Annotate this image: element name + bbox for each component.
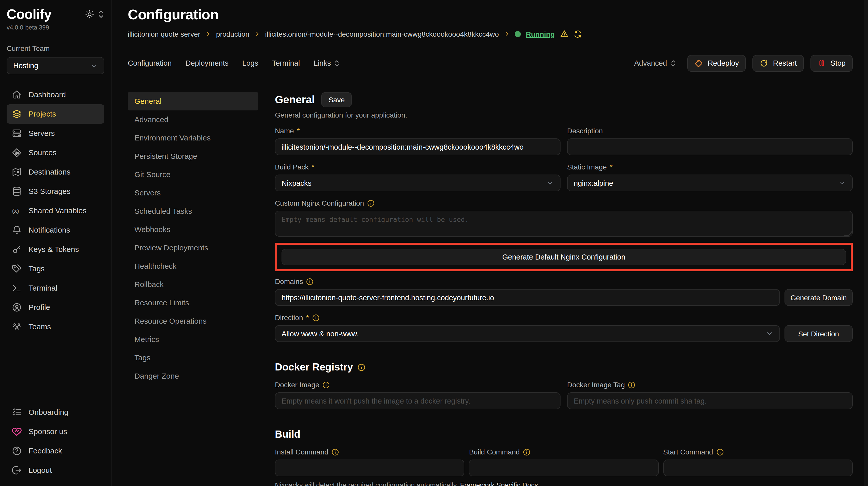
theme-chevron-updown-icon[interactable] bbox=[98, 10, 104, 19]
sidebar-item-dashboard[interactable]: Dashboard bbox=[7, 85, 104, 104]
install-command-input[interactable] bbox=[282, 464, 458, 472]
docker-image-tag-input[interactable] bbox=[574, 397, 846, 405]
stop-button[interactable]: Stop bbox=[810, 55, 853, 71]
direction-select[interactable]: Allow www & non-www. bbox=[275, 325, 780, 342]
sidebar-item-profile[interactable]: Profile bbox=[7, 298, 104, 317]
subnav-environment-variables[interactable]: Environment Variables bbox=[128, 129, 258, 147]
info-icon[interactable] bbox=[367, 199, 375, 207]
tab-configuration[interactable]: Configuration bbox=[128, 59, 172, 67]
sidebar-item-teams[interactable]: Teams bbox=[7, 317, 104, 336]
docker-image-input[interactable] bbox=[282, 397, 554, 405]
checklist-icon bbox=[12, 407, 22, 417]
sidebar-item-destinations[interactable]: Destinations bbox=[7, 162, 104, 182]
nginx-config-textarea[interactable] bbox=[275, 211, 853, 237]
breadcrumb-project[interactable]: illicitonion quote server bbox=[128, 30, 200, 38]
subnav-preview-deployments[interactable]: Preview Deployments bbox=[128, 239, 258, 257]
static-image-label: Static Image* bbox=[567, 163, 853, 171]
sidebar-item-label: Sources bbox=[29, 147, 57, 158]
breadcrumb-environment[interactable]: production bbox=[216, 30, 249, 38]
required-mark: * bbox=[312, 163, 314, 171]
sidebar-item-sources[interactable]: Sources bbox=[7, 143, 104, 162]
sidebar-item-sponsor[interactable]: Sponsor us bbox=[7, 422, 104, 441]
sidebar-item-label: Projects bbox=[29, 108, 56, 120]
name-input[interactable] bbox=[282, 143, 554, 151]
subnav-webhooks[interactable]: Webhooks bbox=[128, 220, 258, 239]
static-image-select[interactable]: nginx:alpine bbox=[567, 174, 853, 191]
sidebar-item-logout[interactable]: Logout bbox=[7, 460, 104, 480]
save-button[interactable]: Save bbox=[321, 92, 352, 107]
redeploy-label: Redeploy bbox=[708, 59, 739, 67]
build-pack-select[interactable]: Nixpacks bbox=[275, 174, 560, 191]
sidebar-item-label: Destinations bbox=[29, 166, 70, 177]
sidebar-item-projects[interactable]: Projects bbox=[7, 104, 104, 124]
highlight-box: Generate Default Nginx Configuration bbox=[275, 243, 853, 271]
theme-sun-icon[interactable] bbox=[85, 10, 94, 19]
sidebar-item-tags[interactable]: Tags bbox=[7, 259, 104, 279]
tab-deployments[interactable]: Deployments bbox=[186, 59, 228, 67]
team-select[interactable]: Hosting bbox=[7, 57, 104, 74]
info-icon[interactable] bbox=[523, 448, 530, 456]
refresh-icon[interactable] bbox=[574, 30, 582, 38]
generate-nginx-config-button[interactable]: Generate Default Nginx Configuration bbox=[282, 249, 846, 265]
subnav-scheduled-tasks[interactable]: Scheduled Tasks bbox=[128, 202, 258, 220]
info-icon[interactable] bbox=[332, 448, 339, 456]
subnav-persistent-storage[interactable]: Persistent Storage bbox=[128, 147, 258, 165]
domains-input[interactable] bbox=[282, 293, 773, 301]
subnav-servers[interactable]: Servers bbox=[128, 184, 258, 202]
sidebar-item-servers[interactable]: Servers bbox=[7, 124, 104, 143]
docker-image-label: Docker Image bbox=[275, 381, 560, 389]
sidebar-item-terminal[interactable]: Terminal bbox=[7, 279, 104, 298]
docker-image-tag-label: Docker Image Tag bbox=[567, 381, 853, 389]
info-icon[interactable] bbox=[358, 363, 366, 371]
framework-docs-link[interactable]: Framework Specific Docs bbox=[460, 481, 538, 486]
status-dot bbox=[515, 31, 521, 37]
warning-triangle-icon[interactable] bbox=[560, 30, 568, 38]
team-select-value: Hosting bbox=[13, 62, 38, 70]
tab-links[interactable]: Links bbox=[314, 59, 340, 67]
info-icon[interactable] bbox=[716, 448, 724, 456]
info-icon[interactable] bbox=[322, 381, 330, 389]
subnav-metrics[interactable]: Metrics bbox=[128, 330, 258, 349]
required-mark: * bbox=[306, 314, 309, 322]
tab-links-label: Links bbox=[314, 59, 331, 67]
start-command-input[interactable] bbox=[670, 464, 846, 472]
chevron-right-icon bbox=[206, 31, 211, 37]
sidebar-item-keys-tokens[interactable]: Keys & Tokens bbox=[7, 240, 104, 259]
subnav-resource-operations[interactable]: Resource Operations bbox=[128, 312, 258, 330]
set-direction-button[interactable]: Set Direction bbox=[784, 325, 853, 342]
info-icon[interactable] bbox=[628, 381, 636, 389]
breadcrumb-resource[interactable]: illicitestonion/-module--decomposition:m… bbox=[265, 30, 499, 38]
tab-terminal[interactable]: Terminal bbox=[272, 59, 300, 67]
advanced-dropdown[interactable]: Advanced bbox=[634, 59, 676, 67]
build-command-input[interactable] bbox=[476, 464, 652, 472]
description-input[interactable] bbox=[574, 143, 846, 151]
tab-logs[interactable]: Logs bbox=[242, 59, 258, 67]
help-circle-icon bbox=[12, 446, 22, 456]
sidebar-item-feedback[interactable]: Feedback bbox=[7, 441, 104, 460]
subnav-advanced[interactable]: Advanced bbox=[128, 110, 258, 129]
subnav-git-source[interactable]: Git Source bbox=[128, 165, 258, 184]
subnav-danger-zone[interactable]: Danger Zone bbox=[128, 367, 258, 385]
restart-button[interactable]: Restart bbox=[753, 55, 804, 71]
scrollbar[interactable] bbox=[864, 0, 868, 486]
redeploy-button[interactable]: Redeploy bbox=[687, 55, 746, 71]
subnav-rollback[interactable]: Rollback bbox=[128, 275, 258, 294]
sidebar-item-onboarding[interactable]: Onboarding bbox=[7, 402, 104, 422]
sidebar-item-shared-variables[interactable]: (x) Shared Variables bbox=[7, 201, 104, 220]
subnav-general[interactable]: General bbox=[128, 92, 258, 110]
sidebar-item-notifications[interactable]: Notifications bbox=[7, 220, 104, 240]
redeploy-icon bbox=[694, 59, 703, 67]
description-label: Description bbox=[567, 127, 853, 135]
info-icon[interactable] bbox=[306, 278, 314, 285]
stop-label: Stop bbox=[830, 59, 846, 67]
status-running-link[interactable]: Running bbox=[526, 30, 555, 38]
key-icon bbox=[12, 244, 22, 254]
generate-domain-button[interactable]: Generate Domain bbox=[784, 289, 853, 306]
subnav-resource-limits[interactable]: Resource Limits bbox=[128, 294, 258, 312]
stop-icon bbox=[817, 59, 826, 67]
info-icon[interactable] bbox=[312, 314, 319, 321]
subnav-tags[interactable]: Tags bbox=[128, 349, 258, 367]
sidebar-item-s3-storages[interactable]: S3 Storages bbox=[7, 182, 104, 201]
subnav-healthcheck[interactable]: Healthcheck bbox=[128, 257, 258, 275]
layers-icon bbox=[12, 109, 22, 119]
